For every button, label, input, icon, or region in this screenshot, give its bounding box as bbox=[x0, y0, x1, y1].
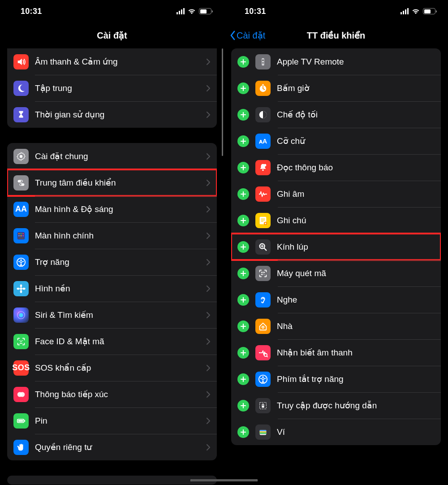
add-button[interactable] bbox=[237, 400, 249, 411]
row-label: Ghi chú bbox=[277, 216, 435, 225]
cc-row-soundrec[interactable]: Nhận biết âm thanh bbox=[231, 339, 441, 366]
settings-row-faceid[interactable]: Face ID & Mật mã bbox=[7, 328, 217, 355]
ᴀA-icon: ᴀA bbox=[255, 134, 271, 149]
settings-row-gear[interactable]: Cài đặt chung bbox=[7, 143, 217, 169]
add-button[interactable] bbox=[237, 162, 249, 173]
settings-row-grid[interactable]: Màn hình chính bbox=[7, 222, 217, 249]
cc-row-remote[interactable]: Apple TV Remote bbox=[231, 48, 441, 75]
cellular-icon bbox=[401, 9, 409, 14]
settings-row-exposure[interactable]: Thông báo tiếp xúc bbox=[7, 381, 217, 407]
svg-point-4 bbox=[20, 183, 22, 185]
status-indicators bbox=[401, 8, 435, 14]
row-label: Thời gian sử dụng bbox=[35, 109, 206, 120]
status-indicators bbox=[177, 8, 211, 14]
add-button[interactable] bbox=[237, 135, 249, 147]
cc-row-wallet[interactable]: Ví bbox=[231, 419, 441, 445]
svg-rect-29 bbox=[262, 58, 264, 65]
svg-point-15 bbox=[20, 287, 22, 290]
settings-list[interactable]: Âm thanh & Cảm ứngTập trungThời gian sử … bbox=[0, 48, 224, 485]
cc-row-note[interactable]: Ghi chú bbox=[231, 207, 441, 234]
svg-point-30 bbox=[262, 59, 264, 61]
access-icon bbox=[13, 255, 29, 270]
control-center-settings-screen: 10:31 Cài đặt TT điều khiển Apple TV Rem… bbox=[224, 0, 448, 485]
note-icon bbox=[255, 213, 271, 228]
hand-icon bbox=[13, 440, 29, 455]
row-label: Truy cập được hướng dẫn bbox=[277, 400, 435, 411]
add-button[interactable] bbox=[237, 347, 249, 359]
cc-row-darkmode[interactable]: Chế độ tối bbox=[231, 101, 441, 128]
back-button[interactable]: Cài đặt bbox=[229, 22, 265, 48]
cc-row-bell[interactable]: Đọc thông báo bbox=[231, 154, 441, 181]
row-label: Quyền riêng tư bbox=[35, 442, 206, 452]
row-label: Hình nền bbox=[35, 283, 206, 294]
settings-row-hand[interactable]: Quyền riêng tư bbox=[7, 434, 217, 460]
ear-icon bbox=[255, 292, 271, 307]
settings-row-flower[interactable]: Hình nền bbox=[7, 275, 217, 302]
row-label: Âm thanh & Cảm ứng bbox=[35, 56, 206, 67]
add-button[interactable] bbox=[237, 426, 249, 438]
svg-rect-27 bbox=[18, 420, 23, 422]
soundrec-icon bbox=[255, 345, 271, 360]
battery-icon bbox=[423, 8, 435, 14]
remote-icon bbox=[255, 54, 271, 69]
scroll-indicator[interactable] bbox=[222, 48, 223, 156]
nav-bar: Cài đặt TT điều khiển bbox=[224, 22, 448, 48]
settings-row-siri[interactable]: Siri & Tìm kiếm bbox=[7, 302, 217, 328]
cc-row-wave[interactable]: Ghi âm bbox=[231, 181, 441, 207]
cc-row-ear[interactable]: Nghe bbox=[231, 286, 441, 313]
row-label: Trợ năng bbox=[35, 257, 206, 267]
add-button[interactable] bbox=[237, 56, 249, 68]
settings-row-hourglass[interactable]: Thời gian sử dụng bbox=[7, 101, 217, 128]
cc-row-lock[interactable]: Truy cập được hướng dẫn bbox=[231, 392, 441, 419]
row-label: Pin bbox=[35, 416, 206, 426]
cc-row-magnify[interactable]: Kính lúp bbox=[231, 234, 441, 260]
svg-rect-44 bbox=[263, 273, 264, 274]
add-button[interactable] bbox=[237, 373, 249, 385]
access-icon bbox=[255, 372, 271, 387]
settings-row-battery[interactable]: Pin bbox=[7, 407, 217, 434]
svg-point-37 bbox=[264, 164, 267, 166]
chevron-left-icon bbox=[229, 30, 236, 40]
cc-row-stopwatch[interactable]: Bấm giờ bbox=[231, 75, 441, 101]
exposure-icon bbox=[13, 387, 29, 402]
home-indicator[interactable] bbox=[224, 479, 258, 481]
nav-title: Cài đặt bbox=[97, 30, 127, 41]
add-button[interactable] bbox=[237, 320, 249, 332]
cc-row-access[interactable]: Phím tắt trợ năng bbox=[231, 366, 441, 392]
add-button[interactable] bbox=[237, 268, 249, 279]
add-button[interactable] bbox=[237, 109, 249, 121]
cellular-icon bbox=[177, 9, 185, 14]
svg-point-14 bbox=[20, 259, 22, 261]
faceid-icon bbox=[13, 334, 29, 349]
control-center-more-controls[interactable]: Apple TV RemoteBấm giờChế độ tốiᴀACỡ chữ… bbox=[224, 48, 448, 485]
settings-row-toggles[interactable]: Trung tâm điều khiển bbox=[7, 169, 217, 196]
add-button[interactable] bbox=[237, 82, 249, 94]
settings-row-moon[interactable]: Tập trung bbox=[7, 75, 217, 101]
cc-row-home[interactable]: Nhà bbox=[231, 313, 441, 339]
add-button[interactable] bbox=[237, 215, 249, 226]
svg-rect-28 bbox=[24, 420, 25, 422]
settings-row-access[interactable]: Trợ năng bbox=[7, 249, 217, 275]
toggles-icon bbox=[13, 175, 29, 191]
row-label: Phím tắt trợ năng bbox=[277, 374, 435, 384]
settings-screen: 10:31 Cài đặt Âm thanh & Cảm ứngTập trun… bbox=[0, 0, 224, 485]
nav-bar: Cài đặt bbox=[0, 22, 224, 48]
cc-row-qr[interactable]: Máy quét mã bbox=[231, 260, 441, 286]
magnify-icon bbox=[255, 239, 271, 255]
add-button[interactable] bbox=[237, 188, 249, 200]
svg-point-6 bbox=[18, 233, 20, 234]
svg-point-18 bbox=[17, 287, 19, 290]
settings-row-SOS[interactable]: SOSSOS khẩn cấp bbox=[7, 355, 217, 381]
add-button[interactable] bbox=[237, 294, 249, 306]
svg-point-10 bbox=[21, 235, 22, 236]
svg-point-46 bbox=[262, 326, 264, 328]
row-label: Kính lúp bbox=[277, 242, 435, 252]
lock-icon bbox=[255, 398, 271, 413]
add-button[interactable] bbox=[237, 241, 249, 253]
settings-row-sound[interactable]: Âm thanh & Cảm ứng bbox=[7, 48, 217, 75]
settings-row-AA[interactable]: AAMàn hình & Độ sáng bbox=[7, 196, 217, 222]
home-icon bbox=[255, 319, 271, 334]
row-label: Đọc thông báo bbox=[277, 162, 435, 173]
row-label: Cài đặt chung bbox=[35, 151, 206, 161]
cc-row-ᴀA[interactable]: ᴀACỡ chữ bbox=[231, 128, 441, 154]
